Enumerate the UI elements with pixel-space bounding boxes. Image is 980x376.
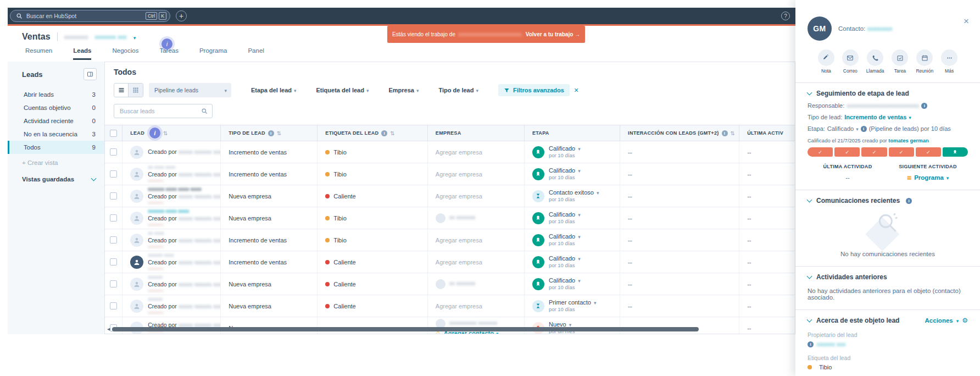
stage-value[interactable]: Calificado xyxy=(827,125,854,132)
row-checkbox[interactable] xyxy=(110,236,117,244)
stage-complete-check-icon[interactable]: ✓ xyxy=(916,147,941,157)
advanced-filters-button[interactable]: Filtros avanzados xyxy=(498,84,570,96)
sidebar-item-actividad-reciente[interactable]: Actividad reciente0 xyxy=(8,114,104,128)
tab-tareas[interactable]: Tareas xyxy=(159,47,179,60)
help-icon[interactable] xyxy=(781,12,790,20)
previous-section-header[interactable]: Actividades anteriores xyxy=(808,273,968,281)
filter-label: Empresa xyxy=(388,87,414,93)
stage-label[interactable]: Contacto exitoso xyxy=(549,189,599,197)
stage-label[interactable]: Primer contacto xyxy=(549,299,597,307)
stage-label[interactable]: Calificado xyxy=(549,211,581,219)
add-company-link[interactable]: Agregar empresa xyxy=(436,149,482,156)
lead-type-value[interactable]: Incremento de ventas xyxy=(844,114,906,120)
action-mas[interactable]: Más xyxy=(941,49,957,74)
sort-icon[interactable] xyxy=(163,130,168,136)
tab-panel[interactable]: Panel xyxy=(248,47,264,60)
stage-complete-check-icon[interactable]: ✓ xyxy=(889,147,914,157)
about-title-wrap[interactable]: Acerca de este objeto lead xyxy=(808,317,899,324)
back-to-work-link[interactable]: Volver a tu trabajo → xyxy=(526,31,580,37)
saved-views-toggle[interactable]: Vistas guardadas xyxy=(8,169,104,186)
row-checkbox[interactable] xyxy=(110,258,117,266)
filter-etiqueta-del-lead[interactable]: Etiqueta del lead xyxy=(316,87,369,93)
filter-empresa[interactable]: Empresa xyxy=(388,87,419,93)
stage-complete-check-icon[interactable]: ✓ xyxy=(861,147,887,157)
row-checkbox[interactable] xyxy=(110,302,117,309)
row-checkbox[interactable] xyxy=(110,214,117,222)
chevron-down-icon xyxy=(807,274,812,279)
row-checkbox[interactable] xyxy=(110,148,117,156)
tab-programa[interactable]: Programa xyxy=(199,47,227,60)
contact-name-redacted[interactable]: xxxxxxxx xyxy=(867,25,892,32)
sort-icon[interactable] xyxy=(390,130,395,136)
add-company-link[interactable]: Agregar empresa xyxy=(436,193,482,200)
chevron-down-icon[interactable] xyxy=(133,32,136,42)
tab-leads[interactable]: Leads xyxy=(73,47,91,60)
scroll-left-arrow-icon[interactable]: ◀ xyxy=(107,327,110,331)
stage-current-badge-icon[interactable] xyxy=(943,147,968,157)
clear-filters-icon[interactable] xyxy=(574,86,578,95)
schedule-link[interactable]: Programa xyxy=(914,174,944,181)
lead-name-redacted[interactable]: xxxxxx xxxx xxxx xxxx xyxy=(148,186,220,192)
lead-avatar-icon xyxy=(130,146,143,159)
row-checkbox[interactable] xyxy=(110,192,117,200)
stage-complete-check-icon[interactable]: ✓ xyxy=(808,147,833,157)
stage-label[interactable]: Calificado xyxy=(549,255,581,263)
filter-etapa-del-lead[interactable]: Etapa del lead xyxy=(251,87,297,93)
gear-icon[interactable] xyxy=(962,317,968,324)
stage-label[interactable]: Calificado xyxy=(549,145,581,153)
lead-name-redacted[interactable]: xxxxxx xxxx xyxy=(148,252,220,258)
sidebar-item-todos[interactable]: Todos9 xyxy=(8,141,104,154)
action-correo[interactable]: Correo xyxy=(842,49,859,74)
stage-complete-check-icon[interactable]: ✓ xyxy=(834,147,860,157)
add-company-link[interactable]: Agregar empresa xyxy=(436,259,482,266)
action-tarea[interactable]: Tarea xyxy=(892,49,908,74)
last-activity-cell: -- xyxy=(739,273,795,295)
global-search-input[interactable]: Buscar en HubSpot Ctrl K xyxy=(10,10,170,22)
list-view-button[interactable] xyxy=(114,84,129,97)
pipeline-select[interactable]: Pipeline de leads xyxy=(149,83,231,97)
grid-view-icon xyxy=(132,87,139,93)
owner-name-redacted[interactable]: xxxxxx xxx xyxy=(817,341,846,347)
lead-name-redacted[interactable]: xxxxxx xxxx xxxx xyxy=(148,208,220,214)
lead-name-redacted[interactable]: xx xxxx xyxy=(148,230,220,236)
stage-text: Calificadopor 10 días xyxy=(549,277,581,291)
tag-dot-icon xyxy=(808,365,812,369)
stage-label[interactable]: Calificado xyxy=(549,167,581,175)
tab-resumen[interactable]: Resumen xyxy=(25,47,52,60)
pipeline-selector-redacted[interactable]: xxxxxxx xxx xyxy=(95,34,127,40)
sidebar-item-cuentas-objetivo[interactable]: Cuentas objetivo0 xyxy=(8,101,104,114)
select-all-checkbox[interactable] xyxy=(110,130,117,137)
stage-label[interactable]: Calificado xyxy=(549,277,581,285)
sidebar-item-abrir-leads[interactable]: Abrir leads3 xyxy=(8,88,104,101)
collapse-sidebar-button[interactable] xyxy=(83,68,97,80)
row-checkbox[interactable] xyxy=(110,170,117,178)
stage-section-header[interactable]: Seguimiento de etapa de lead xyxy=(808,90,968,97)
create-new-button[interactable] xyxy=(176,10,187,21)
add-company-link[interactable]: Agregar empresa xyxy=(436,303,482,309)
sort-icon[interactable] xyxy=(277,130,282,136)
close-icon[interactable] xyxy=(964,16,969,26)
scrollbar-thumb[interactable] xyxy=(112,327,699,331)
onboarding-beacon-icon[interactable] xyxy=(149,128,160,139)
comms-section-header[interactable]: Comunicaciones recientes xyxy=(808,197,968,204)
lead-name-redacted[interactable]: xxxxxx xyxy=(148,274,220,280)
create-view-link[interactable]: + Crear vista xyxy=(8,154,104,169)
action-llamada[interactable]: Llamada xyxy=(866,49,884,74)
sidebar-item-no-en-la-secuencia[interactable]: No en la secuencia3 xyxy=(8,128,104,141)
lead-search-input[interactable] xyxy=(120,108,201,114)
lead-name-redacted[interactable]: xxxxxx xyxy=(148,296,220,302)
add-company-link[interactable]: Agregar empresa xyxy=(436,237,482,244)
row-checkbox[interactable] xyxy=(110,280,117,287)
qualified-note-author[interactable]: tomates german xyxy=(888,137,928,143)
actions-dropdown[interactable]: Acciones xyxy=(925,317,968,324)
action-nota[interactable]: Nota xyxy=(818,49,834,74)
board-view-button[interactable] xyxy=(129,84,143,97)
lead-name-redacted[interactable]: xx xxxx xxxx xyxy=(148,164,220,170)
stage-text: Calificadopor 10 días xyxy=(549,145,581,159)
stage-label[interactable]: Calificado xyxy=(549,233,581,241)
sort-icon[interactable] xyxy=(731,130,736,136)
filter-tipo-de-lead[interactable]: Tipo de lead xyxy=(438,87,478,93)
tab-negocios[interactable]: Negocios xyxy=(112,47,138,60)
action-reunion[interactable]: Reunión xyxy=(916,49,933,74)
add-company-link[interactable]: Agregar empresa xyxy=(436,171,482,178)
